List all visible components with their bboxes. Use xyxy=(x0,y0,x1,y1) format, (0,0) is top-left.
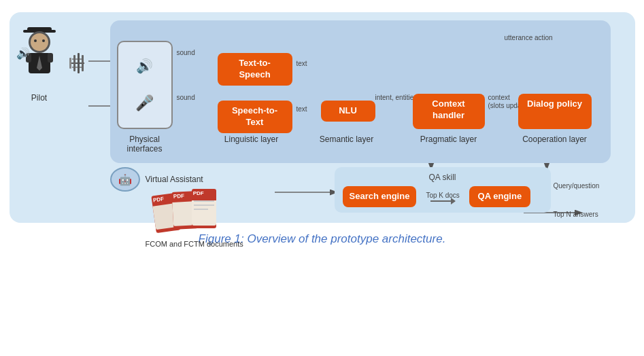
figure-caption: Figure 1: Overview of the prototype arch… xyxy=(10,232,635,246)
intent-entities-label: intent, entities xyxy=(375,94,418,101)
cooperation-layer-label: Cooperation layer xyxy=(511,135,598,144)
pilot-icon: 🔊 xyxy=(15,22,64,90)
physical-interfaces-label: Physical interfaces xyxy=(114,135,175,154)
query-question-label: Query/question xyxy=(554,182,600,190)
docs-label: FCOM and FCTM documents xyxy=(146,240,243,248)
semantic-layer-label: Semantic layer xyxy=(311,135,382,144)
svg-rect-37 xyxy=(78,53,80,73)
stt-box: Speech-to-Text xyxy=(218,101,292,133)
physical-interfaces-box: 🔊 🎤 xyxy=(117,41,173,129)
utterance-action-label: utterance action xyxy=(505,34,553,41)
text-label-stt: text xyxy=(296,105,307,113)
dialog-policy-box: Dialog policy xyxy=(518,94,592,129)
sound-label-stt: sound xyxy=(177,94,195,101)
svg-text:🔊: 🔊 xyxy=(16,47,30,60)
top-n-answers-label: Top N answers xyxy=(554,211,598,218)
svg-rect-35 xyxy=(69,58,71,69)
pdf-stack: PDF PDF PDF xyxy=(154,188,235,238)
docs-section: PDF PDF PDF xyxy=(146,188,243,248)
qa-section: QA skill Search engine Top K docs QA eng… xyxy=(335,167,551,213)
search-to-qa-arrow: Top K docs xyxy=(426,192,459,202)
context-handler-box: Context handler xyxy=(413,94,485,129)
layers-container: 🔊 🎤 Physical interfaces sound sound Text… xyxy=(110,20,611,163)
pilot-section: 🔊 Pilot xyxy=(15,22,64,103)
search-engine-box: Search engine xyxy=(343,186,417,207)
microphone-icon: 🎤 xyxy=(135,94,154,112)
qa-engines-row: Search engine Top K docs QA engine xyxy=(343,186,543,207)
text-label-tts: text xyxy=(296,60,307,67)
pdf-page-3: PDF xyxy=(192,189,216,228)
pilot-label: Pilot xyxy=(15,93,64,103)
pragmatic-layer-label: Pragmatic layer xyxy=(407,135,491,144)
speaker-icon: 🔊 xyxy=(136,58,153,74)
va-bubble: 🤖 xyxy=(110,167,140,192)
svg-point-25 xyxy=(34,39,37,42)
svg-point-24 xyxy=(31,33,48,51)
tts-box: Text-to-Speech xyxy=(218,53,292,86)
qa-skill-label: QA skill xyxy=(343,173,543,182)
context-label: context xyxy=(488,94,510,101)
svg-rect-36 xyxy=(73,55,75,71)
architecture-diagram: 🔊 Pilot 🔊 🎤 xyxy=(10,12,635,223)
virtual-assistant-label: Virtual Assistant xyxy=(146,175,203,184)
qa-engine-box: QA engine xyxy=(469,186,530,207)
linguistic-layer-label: Linguistic layer xyxy=(211,135,292,144)
svg-rect-38 xyxy=(82,55,84,71)
nlu-box: NLU xyxy=(321,101,375,122)
sound-wave-icon xyxy=(68,50,87,79)
sound-label-tts: sound xyxy=(177,49,195,56)
svg-rect-30 xyxy=(48,53,53,63)
svg-point-26 xyxy=(42,39,45,42)
